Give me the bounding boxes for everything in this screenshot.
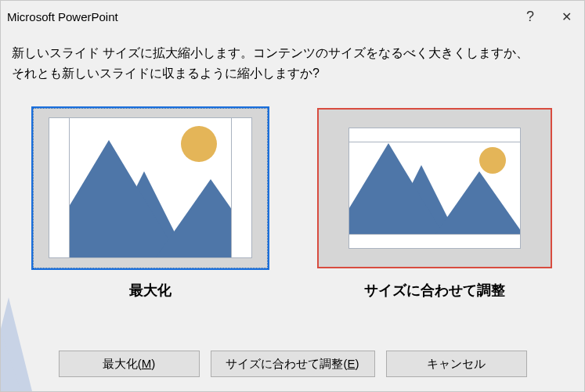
cancel-button[interactable]: キャンセル bbox=[386, 351, 527, 377]
dialog-title: Microsoft PowerPoint bbox=[7, 10, 512, 23]
button-row: 最大化(M) サイズに合わせて調整(E) キャンセル bbox=[1, 351, 584, 377]
maximize-illustration bbox=[49, 117, 252, 258]
option-card-ensure-fit[interactable] bbox=[317, 108, 552, 268]
option-label-maximize: 最大化 bbox=[129, 281, 172, 300]
option-ensure-fit: サイズに合わせて調整 bbox=[302, 108, 568, 300]
help-button[interactable]: ? bbox=[512, 1, 548, 32]
close-button[interactable]: ✕ bbox=[548, 1, 584, 32]
maximize-button[interactable]: 最大化(M) bbox=[59, 351, 200, 377]
option-maximize: 最大化 bbox=[17, 108, 283, 300]
sun-icon bbox=[479, 147, 506, 174]
options-row: 最大化 サイズに合わせて調整 bbox=[1, 85, 584, 300]
ensure-fit-illustration bbox=[348, 128, 521, 249]
titlebar: Microsoft PowerPoint ? ✕ bbox=[1, 1, 584, 32]
dialog-message: 新しいスライド サイズに拡大縮小します。コンテンツのサイズをなるべく大きくします… bbox=[1, 32, 584, 85]
option-card-maximize[interactable] bbox=[33, 108, 268, 268]
option-label-ensure-fit: サイズに合わせて調整 bbox=[364, 281, 505, 300]
sun-icon bbox=[181, 126, 217, 162]
ensure-fit-button[interactable]: サイズに合わせて調整(E) bbox=[211, 351, 375, 377]
